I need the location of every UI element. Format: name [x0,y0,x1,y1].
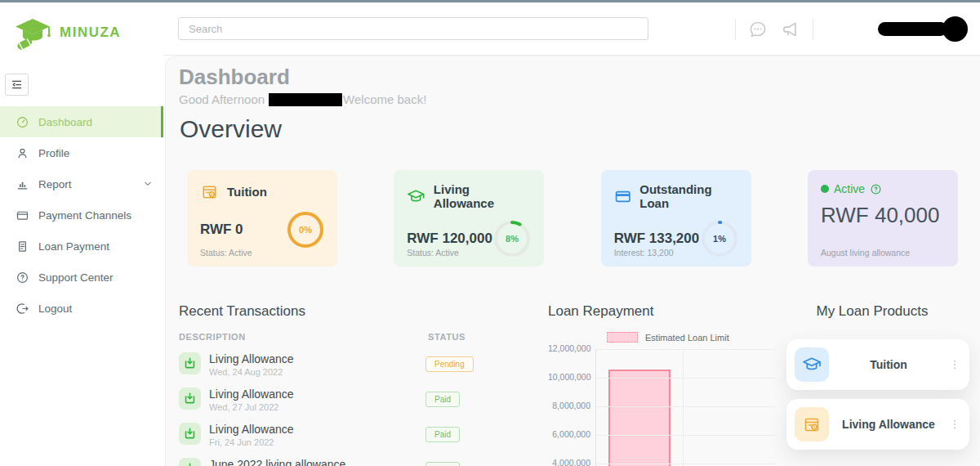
status-column-header: STATUS [428,332,466,342]
gridline [595,406,775,407]
sidebar-item-dashboard[interactable]: Dashboard [0,106,163,137]
active-allowance-card: Active RWF 40,000 August living allowanc… [808,170,958,267]
search-input[interactable] [178,17,648,40]
sidebar-item-payment-channels[interactable]: Payment Channels [0,199,163,231]
sidebar-menu: Dashboard Profile Report [0,106,163,324]
card-value: RWF 0 [200,222,243,238]
overview-cards: Tuition RWF 0 0% Status: Active [187,170,958,267]
sidebar-item-profile[interactable]: Profile [0,137,163,168]
card-title: Living Allowance [434,182,531,210]
deposit-icon [179,388,201,410]
loan-product-living-allowance[interactable]: Living Allowance [786,399,969,450]
support-icon [16,271,29,285]
tuition-card: Tuition RWF 0 0% Status: Active [187,170,337,267]
progress-ring: 1% [701,220,738,258]
sidebar: MINUZA Dashboard Profile [0,2,163,466]
app-window: MINUZA Dashboard Profile [0,0,980,466]
description-column-header: DESCRIPTION [179,332,246,342]
tuition-receipt-icon [795,407,829,441]
legend-swatch [607,332,638,343]
sidebar-item-loan-payment[interactable]: Loan Payment [0,231,163,262]
loan-products-section: My Loan Products Tuition [785,303,973,450]
kebab-menu-icon[interactable] [948,357,961,372]
sidebar-collapse-button[interactable] [5,74,29,96]
logout-icon [16,302,29,316]
sidebar-item-report[interactable]: Report [0,168,163,199]
divider [813,19,813,40]
sidebar-item-label: Logout [38,302,72,315]
outstanding-loan-card: Outstanding Loan RWF 133,200 1% Interest… [601,170,751,267]
transaction-date: Wed, 27 Jul 2022 [209,402,294,412]
status-badge: Active [834,182,865,195]
vertical-gridline [683,349,684,466]
transaction-description: Living Allowance [209,388,294,401]
loan-product-label: Living Allowance [829,418,948,431]
deposit-icon [179,352,201,374]
transaction-row[interactable]: June 2022 living allowance Paid [179,458,542,466]
report-icon [16,177,29,191]
payment-channels-icon [16,208,29,222]
sidebar-item-label: Loan Payment [38,240,109,253]
chevron-down-icon[interactable] [143,179,153,189]
transactions-heading: Recent Transactions [179,303,542,320]
chat-icon[interactable] [747,19,768,40]
status-badge: Paid [425,427,460,442]
brand-logo[interactable]: MINUZA [0,2,163,52]
page-title: Dashboard [179,65,290,90]
avatar[interactable] [942,16,968,42]
user-account-redacted[interactable] [878,2,968,56]
status-badge: Paid [425,392,460,407]
transaction-row[interactable]: Living Allowance Fri, 24 Jun 2022 Paid [179,423,542,447]
card-footer: Status: Active [200,248,252,258]
card-title: Outstanding Loan [639,182,737,210]
loan-repayment-section: Loan Repayment Estimated Loan Limit 12,0… [548,303,786,466]
svg-text:1%: 1% [713,234,726,244]
transaction-row[interactable]: Living Allowance Wed, 27 Jul 2022 Paid [179,388,542,412]
gridline [595,349,775,350]
greeting-text: Good AfternoonWelcome back! [179,92,426,106]
loan-product-label: Tuition [829,358,948,371]
y-axis-tick: 8,000,000 [548,401,590,410]
status-badge: Paid [425,462,460,466]
kebab-menu-icon[interactable] [948,417,961,432]
greeting-suffix: Welcome back! [343,92,426,106]
help-icon[interactable] [870,183,882,195]
gridline [595,378,775,379]
loan-payment-icon [16,240,29,253]
transaction-date: Wed, 24 Aug 2022 [209,367,294,377]
deposit-icon [179,458,201,466]
announcements-icon[interactable] [780,19,801,40]
graduation-cap-icon [795,347,829,382]
transaction-description: Living Allowance [209,352,294,365]
sidebar-item-label: Profile [38,147,69,159]
svg-text:8%: 8% [506,234,519,244]
gridline [595,464,775,464]
gridline [595,435,775,436]
transaction-description: Living Allowance [209,423,294,436]
divider [735,19,736,40]
card-value: RWF 120,000 [407,231,492,247]
transaction-date: Fri, 24 Jun 2022 [209,437,294,447]
card-footer: August living allowance [821,248,910,258]
sidebar-item-label: Report [38,178,72,190]
topbar-icons [735,2,813,56]
deposit-icon [179,423,201,445]
tuition-receipt-icon [200,182,219,201]
overview-heading: Overview [180,115,282,143]
topbar [163,2,980,56]
sidebar-item-support-center[interactable]: Support Center [0,262,163,293]
card-footer: Interest: 13,200 [614,248,674,258]
sidebar-item-label: Support Center [38,271,114,284]
username-redaction [878,22,947,36]
loan-products-heading: My Loan Products [785,303,960,320]
transaction-row[interactable]: Living Allowance Wed, 24 Aug 2022 Pendin… [179,352,542,377]
sidebar-item-logout[interactable]: Logout [0,293,163,324]
card-footer: Status: Active [407,248,459,258]
graduation-cap-logo-icon [13,13,52,52]
brand-name: MINUZA [60,25,121,41]
sidebar-item-label: Payment Channels [38,209,131,222]
progress-ring: 8% [493,220,531,258]
loan-product-tuition[interactable]: Tuition [786,339,969,390]
status-badge: Pending [425,356,474,372]
living-allowance-card: Living Allowance RWF 120,000 8% Status: … [394,170,544,267]
